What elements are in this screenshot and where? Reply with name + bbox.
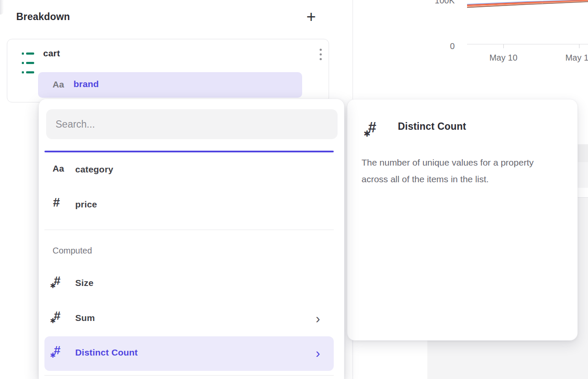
- property-item-category[interactable]: Aa category: [44, 153, 334, 188]
- selection-indicator: [44, 151, 334, 152]
- computed-number-icon: ✱#: [51, 309, 65, 324]
- info-popover-description: The number of unique values for a proper…: [362, 154, 559, 187]
- y-axis-tick-label-0: 0: [427, 41, 455, 51]
- property-search-input[interactable]: [46, 109, 338, 139]
- computed-item-distinct-count[interactable]: ✱# Distinct Count ›: [44, 336, 334, 371]
- computed-number-icon: ✱#: [51, 344, 65, 359]
- chevron-right-icon: ›: [316, 312, 320, 326]
- breakdown-group-label: cart: [43, 48, 60, 58]
- property-item-price[interactable]: # price: [44, 188, 334, 223]
- x-axis-tick: [503, 44, 504, 48]
- dropdown-divider: [44, 375, 334, 376]
- x-axis-tick: [579, 44, 579, 48]
- computed-number-icon: ✱#: [365, 120, 382, 137]
- breakdown-header: Breakdown +: [0, 0, 353, 34]
- property-dropdown: Aa category # price Computed ✱# Size ✱# …: [38, 99, 344, 379]
- breakdown-group-row[interactable]: cart: [7, 39, 329, 70]
- computed-item-size[interactable]: ✱# Size: [44, 267, 334, 302]
- selected-property-chip[interactable]: Aa brand: [38, 72, 302, 98]
- add-breakdown-button[interactable]: +: [302, 7, 320, 26]
- text-type-icon: Aa: [53, 79, 64, 90]
- breakdown-title: Breakdown: [16, 11, 70, 23]
- text-type-icon: Aa: [53, 163, 71, 174]
- computed-item-sum[interactable]: ✱# Sum ›: [44, 302, 334, 337]
- computed-item-label: Size: [75, 278, 94, 288]
- page: Breakdown + cart Aa brand 100K 0: [0, 0, 588, 379]
- y-axis-tick-label-100k: 100K: [427, 0, 455, 6]
- x-axis-label-may10: May 10: [489, 53, 517, 63]
- kebab-menu-icon[interactable]: [316, 47, 325, 64]
- info-popover: ✱# Distinct Count The number of unique v…: [347, 99, 578, 341]
- info-popover-title: Distinct Count: [398, 121, 466, 132]
- number-type-icon: #: [53, 195, 60, 210]
- list-property-icon: [22, 52, 35, 64]
- dropdown-divider: [44, 230, 334, 230]
- property-item-label: price: [75, 199, 97, 210]
- breakdown-card: cart Aa brand: [7, 39, 329, 102]
- computed-item-label: Sum: [75, 313, 95, 323]
- computed-number-icon: ✱#: [51, 274, 65, 289]
- property-item-label: category: [75, 164, 113, 175]
- selected-property-label: brand: [74, 79, 99, 89]
- computed-item-label: Distinct Count: [75, 347, 138, 358]
- chevron-right-icon: ›: [316, 347, 320, 360]
- chart-lines-svg: [467, 0, 588, 44]
- computed-section-label: Computed: [53, 246, 92, 256]
- x-axis-label-may11: May 11: [565, 53, 588, 63]
